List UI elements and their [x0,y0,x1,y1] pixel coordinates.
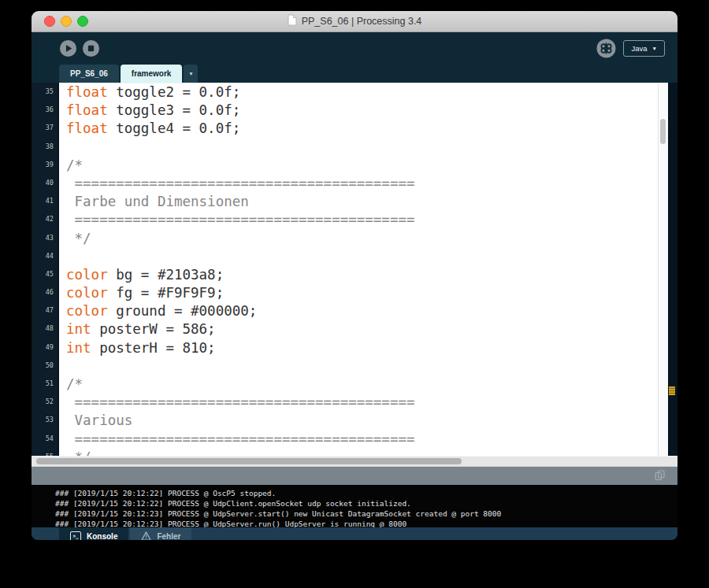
stop-button[interactable] [82,39,100,57]
line-number: 44 [32,247,58,265]
line-number: 55 [32,448,58,456]
code-line: Various [59,412,658,430]
tab-menu-button[interactable]: ▼ [184,65,198,83]
copy-icon[interactable] [655,470,665,484]
code-line [59,357,658,375]
line-number: 37 [32,119,58,137]
tab-pp-s6-06[interactable]: PP_S6_06 [59,65,119,83]
title-bar: PP_S6_06 | Processing 3.4 [32,11,677,32]
line-number: 40 [32,174,58,192]
line-number: 52 [32,393,58,411]
line-number: 49 [32,338,58,357]
line-number: 48 [32,320,58,338]
line-number: 45 [32,265,58,283]
code-line: color fg = #F9F9F9; [59,284,658,302]
editor-edge-column [668,83,677,456]
line-number: 39 [32,156,58,174]
run-button[interactable] [59,39,77,57]
screenshot-background: PP_S6_06 | Processing 3.4 [0,0,709,588]
debug-button[interactable] [596,39,616,58]
code-line: ========================================… [59,175,658,193]
code-line [59,248,658,266]
line-number: 50 [32,357,58,375]
console-icon: >_ [70,531,81,540]
close-button[interactable] [44,16,55,27]
code-line: /* [59,157,658,175]
zoom-button[interactable] [77,16,88,27]
console-line: ### [2019/1/15 20:12:22] PROCESS @ UdpCl… [55,498,677,508]
toolbar: Java ▼ [32,32,677,64]
line-number: 54 [32,430,58,448]
processing-ide-window: PP_S6_06 | Processing 3.4 [32,11,677,540]
stop-icon [82,39,100,57]
console-output[interactable]: ### [2019/1/15 20:12:22] PROCESS @ OscP5… [32,485,677,527]
chevron-down-icon: ▼ [652,46,657,51]
line-number: 42 [32,210,58,228]
console-line: ### [2019/1/15 20:12:23] PROCESS @ UdpSe… [55,519,677,527]
debug-butterfly-icon [596,39,616,58]
code-line: ========================================… [59,431,658,449]
code-line: ========================================… [59,211,658,229]
tab-framework[interactable]: framework [121,65,183,83]
mode-label: Java [631,44,647,53]
horizontal-scrollbar-thumb[interactable] [36,458,462,464]
code-area[interactable]: float toggle2 = 0.0f;float toggle3 = 0.0… [59,83,658,456]
line-number: 38 [32,138,58,156]
status-bar [32,466,677,485]
code-line [59,139,658,157]
horizontal-scrollbar[interactable] [32,456,677,466]
code-line: float toggle4 = 0.0f; [59,120,658,138]
warning-icon [141,531,151,541]
code-line: float toggle2 = 0.0f; [59,83,658,102]
code-line: Farbe und Dimensionen [59,193,658,211]
code-line: */ [59,230,658,248]
vertical-scrollbar[interactable] [658,83,668,456]
line-number: 46 [32,283,58,301]
code-line: int posterW = 586; [59,320,658,338]
line-number: 51 [32,375,58,393]
code-line: color bg = #2103a8; [59,266,658,284]
minimize-button[interactable] [61,16,72,27]
sketch-tab-bar: PP_S6_06 framework ▼ [32,64,677,83]
bottom-tab-fehler[interactable]: Fehler [130,527,191,540]
line-number: 43 [32,229,58,247]
code-line: */ [59,449,658,456]
console-line: ### [2019/1/15 20:12:23] PROCESS @ UdpSe… [55,508,677,519]
editor: 3536373839404142434445464748495051525354… [32,83,677,456]
bottom-tab-bar: >_ Konsole Fehler [32,527,677,540]
play-icon [59,39,77,57]
vertical-scrollbar-thumb[interactable] [660,119,666,144]
line-number: 41 [32,192,58,210]
window-title: PP_S6_06 | Processing 3.4 [302,16,422,27]
warning-marker[interactable] [669,386,675,395]
document-icon [288,14,297,29]
code-line: float toggle3 = 0.0f; [59,102,658,120]
code-line: ========================================… [59,394,658,412]
line-number: 36 [32,101,58,119]
bottom-tab-konsole[interactable]: >_ Konsole [59,527,128,540]
code-line: color ground = #000000; [59,302,658,320]
konsole-label: Konsole [87,532,117,540]
code-line: /* [59,375,658,394]
traffic-lights [44,16,88,27]
line-number: 53 [32,411,58,429]
code-line: int posterH = 810; [59,339,658,357]
mode-selector[interactable]: Java ▼ [623,40,665,57]
line-number: 47 [32,301,58,320]
fehler-label: Fehler [157,532,180,540]
line-number-gutter: 3536373839404142434445464748495051525354… [32,83,59,456]
line-number: 35 [32,83,58,101]
console-line: ### [2019/1/15 20:12:22] PROCESS @ OscP5… [55,488,677,498]
